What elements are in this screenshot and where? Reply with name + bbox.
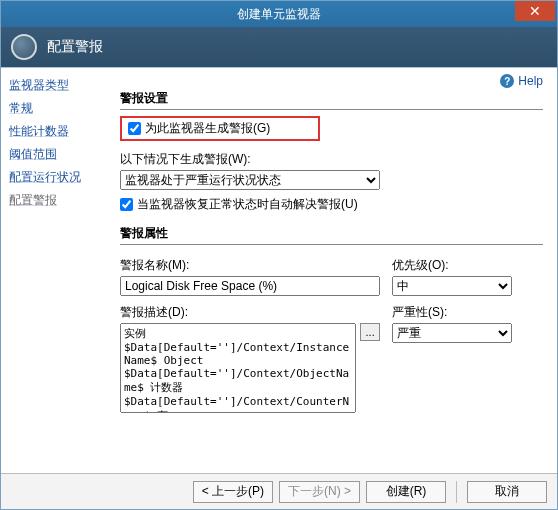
sidebar-item-perf-counter[interactable]: 性能计数器 xyxy=(7,120,110,143)
close-button[interactable]: ✕ xyxy=(515,1,555,21)
sidebar-item-threshold[interactable]: 阈值范围 xyxy=(7,143,110,166)
condition-select[interactable]: 监视器处于严重运行状况状态 xyxy=(120,170,380,190)
sidebar-item-health[interactable]: 配置运行状况 xyxy=(7,166,110,189)
severity-select[interactable]: 严重 xyxy=(392,323,512,343)
alert-props-rule xyxy=(120,244,543,245)
close-icon: ✕ xyxy=(529,3,541,19)
wizard-buttons: < 上一步(P) 下一步(N) > 创建(R) 取消 xyxy=(1,473,557,509)
button-divider xyxy=(456,481,457,503)
alert-props-header: 警报属性 xyxy=(120,225,543,242)
desc-browse-button[interactable]: ... xyxy=(360,323,380,341)
header-title: 配置警报 xyxy=(47,38,103,56)
generate-alert-label: 为此监视器生成警报(G) xyxy=(145,120,270,137)
help-label: Help xyxy=(518,74,543,88)
create-button[interactable]: 创建(R) xyxy=(366,481,446,503)
help-icon: ? xyxy=(500,74,514,88)
alert-desc-textarea[interactable] xyxy=(120,323,356,413)
autoresolve-label: 当监视器恢复正常状态时自动解决警报(U) xyxy=(137,196,358,213)
alert-settings-rule xyxy=(120,109,543,110)
wizard-window: 创建单元监视器 ✕ 配置警报 监视器类型 常规 性能计数器 阈值范围 配置运行状… xyxy=(0,0,558,510)
alert-settings-header: 警报设置 xyxy=(120,90,543,107)
autoresolve-row[interactable]: 当监视器恢复正常状态时自动解决警报(U) xyxy=(120,196,543,213)
alert-name-label: 警报名称(M): xyxy=(120,257,380,274)
wizard-sidebar: 监视器类型 常规 性能计数器 阈值范围 配置运行状况 配置警报 xyxy=(1,68,116,473)
autoresolve-checkbox[interactable] xyxy=(120,198,133,211)
next-button[interactable]: 下一步(N) > xyxy=(279,481,360,503)
wizard-body: 监视器类型 常规 性能计数器 阈值范围 配置运行状况 配置警报 ? Help 警… xyxy=(1,67,557,473)
sidebar-item-alert[interactable]: 配置警报 xyxy=(7,189,110,212)
generate-alert-checkbox[interactable] xyxy=(128,122,141,135)
priority-label: 优先级(O): xyxy=(392,257,512,274)
cancel-button[interactable]: 取消 xyxy=(467,481,547,503)
header-icon xyxy=(11,34,37,60)
wizard-main: ? Help 警报设置 为此监视器生成警报(G) 以下情况下生成警报(W): 监… xyxy=(116,68,557,473)
generate-alert-row[interactable]: 为此监视器生成警报(G) xyxy=(120,116,320,141)
window-title: 创建单元监视器 xyxy=(237,6,321,23)
help-link[interactable]: ? Help xyxy=(500,74,543,88)
alert-desc-label: 警报描述(D): xyxy=(120,304,380,321)
severity-label: 严重性(S): xyxy=(392,304,512,321)
wizard-header: 配置警报 xyxy=(1,27,557,67)
prev-button[interactable]: < 上一步(P) xyxy=(193,481,273,503)
alert-name-input[interactable] xyxy=(120,276,380,296)
sidebar-item-monitor-type[interactable]: 监视器类型 xyxy=(7,74,110,97)
priority-select[interactable]: 中 xyxy=(392,276,512,296)
title-bar: 创建单元监视器 ✕ xyxy=(1,1,557,27)
sidebar-item-general[interactable]: 常规 xyxy=(7,97,110,120)
condition-label: 以下情况下生成警报(W): xyxy=(120,151,543,168)
